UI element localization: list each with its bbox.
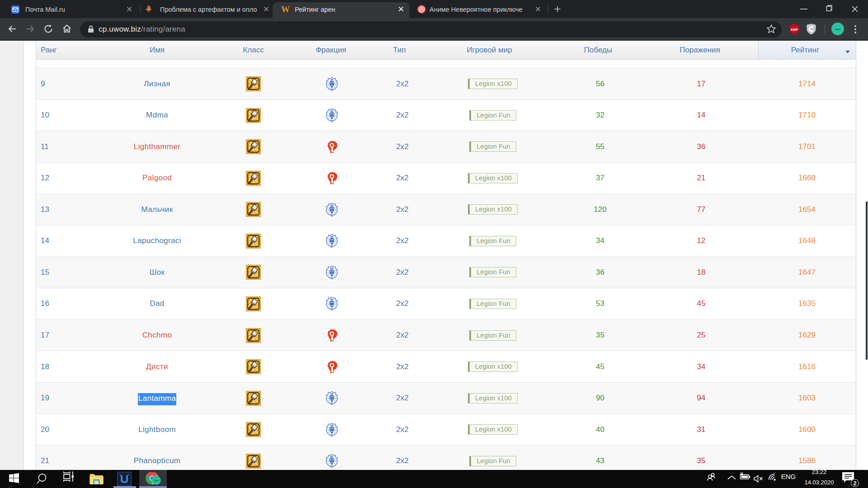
svg-text:2: 2: [854, 480, 857, 487]
svg-text:uw: uw: [146, 8, 150, 11]
svg-text:ABP: ABP: [791, 28, 799, 32]
svg-text:W: W: [281, 5, 290, 14]
